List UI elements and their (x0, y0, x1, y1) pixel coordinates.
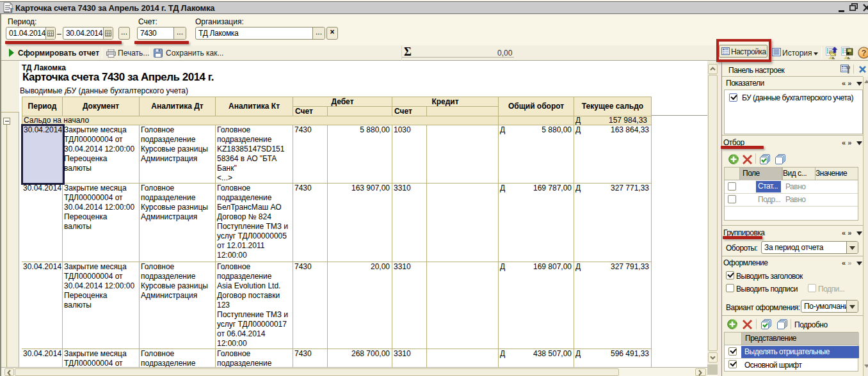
svg-text:T: T (9, 7, 13, 13)
svg-text:?: ? (862, 48, 867, 58)
